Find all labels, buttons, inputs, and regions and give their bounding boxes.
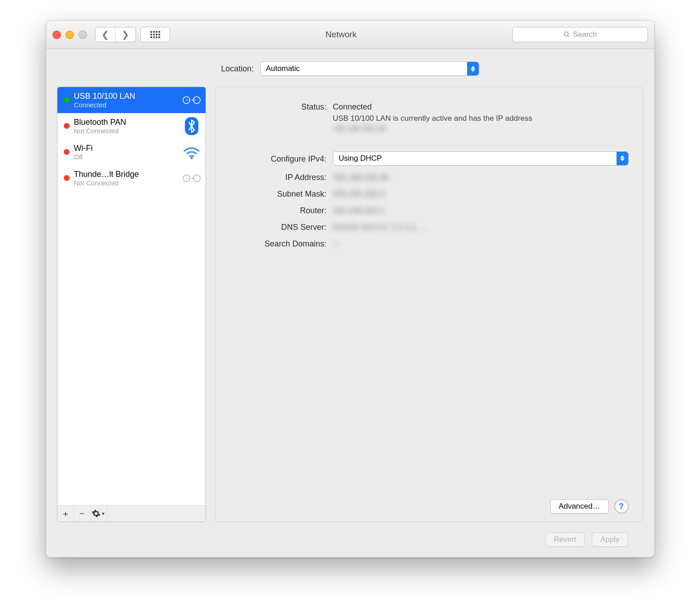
chevron-left-icon: ❮	[101, 29, 109, 40]
service-item-wifi[interactable]: Wi-Fi Off	[57, 139, 206, 165]
svg-point-5	[190, 157, 192, 159]
status-dot-icon	[64, 175, 70, 181]
location-value: Automatic	[266, 64, 300, 73]
service-list: USB 10/100 LAN Connected Bluetooth PAN N…	[57, 87, 206, 505]
configure-ipv4-value: Using DHCP	[339, 154, 382, 163]
status-value: Connected	[333, 102, 372, 111]
chevron-down-icon: ▼	[101, 511, 105, 516]
content-area: Location: Automatic USB 10/100 LAN Conne…	[46, 49, 654, 557]
ip-address-value: 192.168.202.58	[333, 173, 389, 182]
select-stepper-icon	[617, 152, 628, 165]
search-field[interactable]: Search	[512, 27, 648, 42]
dns-server-label: DNS Server:	[230, 221, 333, 232]
sidebar-footer: ＋ − ▼	[57, 505, 206, 522]
location-select[interactable]: Automatic	[260, 61, 479, 76]
titlebar: ❮ ❯ Network Search	[46, 21, 654, 49]
subnet-mask-value: 255.255.255.0	[333, 189, 385, 198]
ethernet-icon	[182, 92, 201, 108]
service-name: Wi-Fi	[74, 144, 178, 153]
detail-panel: Status: Connected USB 10/100 LAN is curr…	[215, 87, 643, 522]
bluetooth-icon	[182, 118, 201, 134]
add-service-button[interactable]: ＋	[57, 505, 74, 522]
wifi-icon	[182, 144, 201, 160]
service-name: Thunde…lt Bridge	[74, 170, 178, 179]
network-preferences-window: ❮ ❯ Network Search Location: Automatic	[46, 20, 655, 558]
apply-button[interactable]: Apply	[592, 532, 628, 547]
location-label: Location:	[221, 64, 254, 74]
zoom-window-button	[79, 31, 87, 39]
search-placeholder: Search	[573, 30, 597, 39]
status-dot-icon	[64, 97, 70, 103]
window-title: Network	[170, 30, 512, 40]
gear-icon	[92, 509, 101, 518]
service-status: Not Connected	[74, 127, 178, 135]
router-label: Router:	[230, 204, 333, 215]
dns-server-value: 8.8.8.8, 8.8.4.4, 1.1.1.1, …	[333, 223, 429, 232]
service-action-menu[interactable]: ▼	[91, 505, 107, 522]
nav-back-forward: ❮ ❯	[95, 27, 136, 42]
minus-icon: −	[79, 509, 85, 519]
ip-address-label: IP Address:	[230, 171, 333, 182]
footer: Revert Apply	[57, 522, 643, 557]
revert-button[interactable]: Revert	[545, 532, 585, 547]
grid-icon	[150, 31, 160, 38]
service-status: Connected	[74, 101, 178, 109]
svg-line-1	[568, 35, 569, 37]
sidebar-footer-spacer	[107, 505, 206, 522]
subnet-mask-label: Subnet Mask:	[230, 188, 333, 199]
forward-button[interactable]: ❯	[115, 27, 136, 42]
plus-icon: ＋	[61, 508, 70, 520]
status-detail-text: USB 10/100 LAN is currently active and h…	[333, 114, 566, 134]
service-status: Not Connected	[74, 179, 178, 187]
ethernet-icon	[182, 170, 201, 186]
service-item-usb-lan[interactable]: USB 10/100 LAN Connected	[57, 87, 206, 113]
search-domains-label: Search Domains:	[230, 237, 333, 249]
remove-service-button[interactable]: −	[74, 505, 91, 522]
window-controls	[52, 31, 87, 39]
chevron-right-icon: ❯	[122, 29, 129, 40]
search-domains-value: —	[333, 239, 341, 248]
router-value: 192.168.202.1	[333, 206, 385, 215]
question-icon: ?	[619, 502, 624, 511]
status-dot-icon	[64, 123, 70, 129]
service-name: Bluetooth PAN	[74, 118, 178, 127]
back-button[interactable]: ❮	[96, 27, 115, 42]
status-label: Status:	[230, 101, 333, 112]
svg-point-0	[564, 32, 568, 36]
configure-ipv4-select[interactable]: Using DHCP	[333, 151, 629, 166]
advanced-button[interactable]: Advanced…	[550, 499, 609, 514]
minimize-window-button[interactable]	[66, 31, 74, 39]
configure-ipv4-label: Configure IPv4:	[230, 153, 333, 164]
service-item-bluetooth-pan[interactable]: Bluetooth PAN Not Connected	[57, 113, 206, 139]
service-name: USB 10/100 LAN	[74, 92, 178, 101]
show-all-button[interactable]	[140, 27, 170, 42]
service-status: Off	[74, 153, 178, 161]
location-row: Location: Automatic	[57, 61, 643, 76]
main-row: USB 10/100 LAN Connected Bluetooth PAN N…	[57, 87, 643, 522]
search-icon	[563, 31, 570, 38]
service-sidebar: USB 10/100 LAN Connected Bluetooth PAN N…	[57, 87, 206, 522]
select-stepper-icon	[467, 62, 479, 75]
status-dot-icon	[64, 149, 70, 155]
service-item-thunderbolt-bridge[interactable]: Thunde…lt Bridge Not Connected	[57, 165, 206, 191]
close-window-button[interactable]	[52, 31, 61, 39]
help-button[interactable]: ?	[614, 499, 629, 514]
